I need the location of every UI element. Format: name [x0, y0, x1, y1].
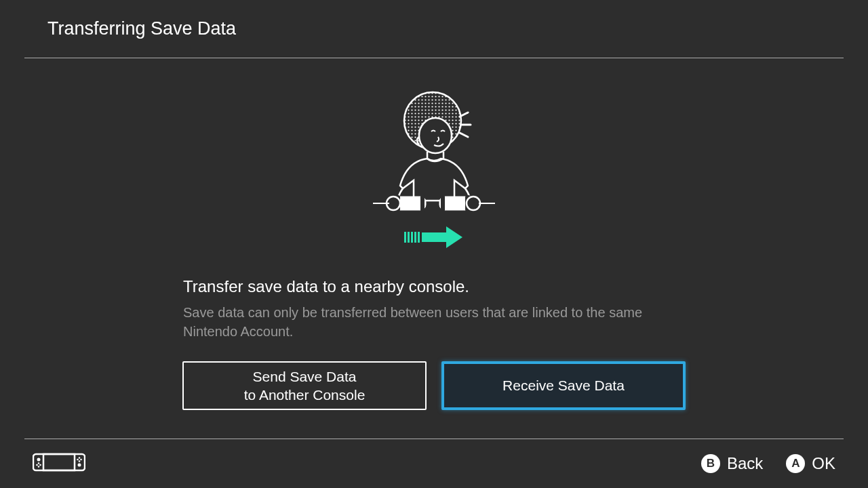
transfer-illustration [359, 88, 509, 260]
svg-rect-23 [33, 454, 85, 470]
svg-rect-19 [414, 232, 416, 243]
svg-point-33 [79, 457, 81, 459]
svg-point-30 [78, 464, 81, 467]
svg-point-31 [77, 459, 79, 461]
ok-hint[interactable]: A OK [786, 454, 835, 473]
svg-rect-18 [411, 232, 413, 243]
main-instruction-text: Transfer save data to a nearby console. [183, 277, 685, 296]
svg-rect-17 [408, 232, 410, 243]
transfer-arrow-icon [404, 226, 462, 248]
a-button-icon: A [786, 454, 805, 473]
svg-rect-20 [418, 232, 420, 243]
instruction-detail-text: Save data can only be transferred betwee… [183, 303, 685, 341]
header-divider [24, 58, 844, 58]
svg-point-29 [38, 466, 40, 468]
b-button-icon: B [701, 454, 720, 473]
ok-label: OK [812, 454, 835, 473]
back-hint[interactable]: B Back [701, 454, 763, 473]
svg-rect-21 [422, 232, 448, 242]
svg-point-2 [419, 118, 452, 153]
svg-rect-10 [441, 195, 445, 211]
svg-point-26 [36, 464, 38, 466]
receive-button-label: Receive Save Data [502, 376, 625, 394]
receive-save-data-button[interactable]: Receive Save Data [441, 361, 686, 410]
svg-rect-16 [404, 232, 406, 243]
controller-icon [33, 451, 85, 476]
svg-point-27 [39, 464, 41, 466]
svg-rect-8 [420, 195, 425, 211]
svg-rect-24 [43, 454, 75, 470]
send-button-label: Send Save Data to Another Console [244, 367, 366, 405]
back-label: Back [727, 454, 763, 473]
send-save-data-button[interactable]: Send Save Data to Another Console [182, 361, 427, 410]
page-title: Transferring Save Data [47, 18, 236, 39]
svg-marker-22 [446, 226, 462, 248]
svg-point-34 [79, 460, 81, 462]
svg-point-28 [38, 462, 40, 464]
svg-point-32 [80, 459, 82, 461]
svg-line-5 [460, 133, 468, 137]
svg-point-13 [467, 197, 480, 210]
svg-point-25 [37, 458, 41, 462]
